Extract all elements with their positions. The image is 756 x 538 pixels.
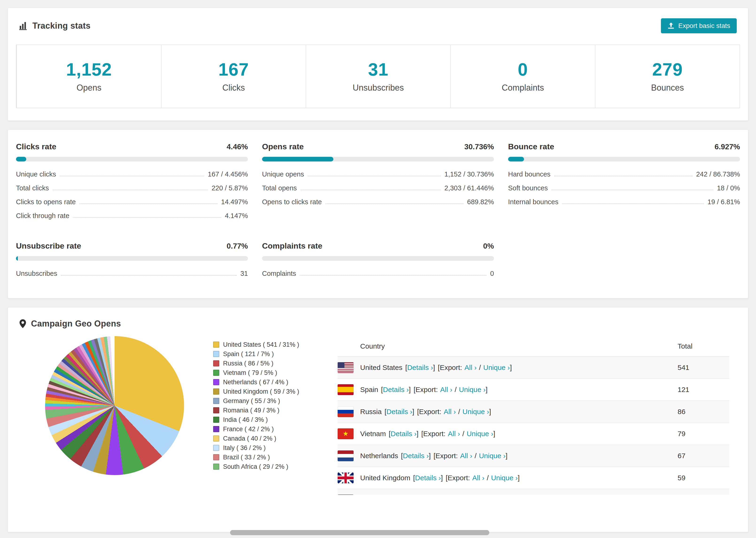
export-basic-stats-button[interactable]: Export basic stats bbox=[661, 18, 737, 33]
export-unique-link[interactable]: Unique › bbox=[479, 452, 506, 460]
legend-swatch bbox=[213, 398, 219, 404]
legend-label: South Africa ( 29 / 2% ) bbox=[223, 463, 288, 470]
complaints-rate-progress-bar bbox=[262, 256, 494, 261]
geo-table-body: United States [Details ›] [Export: All ›… bbox=[338, 357, 729, 495]
rate-title: Opens rate bbox=[262, 142, 304, 151]
legend-swatch bbox=[213, 435, 219, 442]
stat-row: Opens to clicks rate689.82% bbox=[262, 195, 494, 209]
legend-label: France ( 42 / 2% ) bbox=[223, 426, 274, 433]
stat-value: 167 bbox=[162, 59, 306, 80]
legend-item: United Kingdom ( 59 / 3% ) bbox=[213, 387, 319, 396]
export-unique-link[interactable]: Unique › bbox=[491, 474, 518, 482]
legend-swatch bbox=[213, 360, 219, 366]
legend-item: Romania ( 49 / 3% ) bbox=[213, 405, 319, 415]
rate-block-bounce: Bounce rate 6.927% Hard bounces242 / 86.… bbox=[508, 142, 740, 223]
clicks-rate-progress-bar bbox=[16, 157, 248, 161]
legend-swatch bbox=[213, 445, 219, 451]
country-name: United States bbox=[360, 364, 403, 372]
geo-pie-wrap bbox=[45, 336, 184, 495]
country-total: 541 bbox=[677, 364, 729, 372]
details-link[interactable]: Details › bbox=[415, 474, 441, 482]
stat-row: Unsubscribes31 bbox=[16, 266, 248, 280]
opens-rate-progress-bar bbox=[262, 157, 494, 161]
rate-block-clicks: Clicks rate 4.46% Unique clicks167 / 4.4… bbox=[16, 142, 248, 223]
map-pin-icon bbox=[19, 319, 26, 328]
export-unique-link[interactable]: Unique › bbox=[459, 386, 486, 394]
stat-row: Soft bounces18 / 0% bbox=[508, 181, 740, 195]
legend-item: Brazil ( 33 / 2% ) bbox=[213, 453, 319, 462]
summary-stats-row: 1,152 Opens 167 Clicks 31 Unsubscribes 0… bbox=[16, 45, 740, 108]
legend-item: South Africa ( 29 / 2% ) bbox=[213, 462, 319, 471]
rate-title: Clicks rate bbox=[16, 142, 56, 151]
country-row: United States [Details ›] [Export: All ›… bbox=[338, 357, 729, 379]
stat-row: Total clicks220 / 5.87% bbox=[16, 181, 248, 195]
tracking-stats-title: Tracking stats bbox=[32, 21, 91, 31]
stat-cell: 167 Clicks bbox=[161, 45, 306, 108]
campaign-geo-opens-card: Campaign Geo Opens United States ( 541 /… bbox=[8, 307, 748, 532]
geo-pie-chart bbox=[45, 336, 184, 475]
legend-swatch bbox=[213, 389, 219, 395]
legend-label: United States ( 541 / 31% ) bbox=[223, 341, 299, 348]
stat-cell: 0 Complaints bbox=[450, 45, 595, 108]
export-all-link[interactable]: All › bbox=[440, 386, 453, 394]
legend-label: Vietnam ( 79 / 5% ) bbox=[223, 369, 277, 377]
legend-label: Russia ( 86 / 5% ) bbox=[223, 360, 274, 367]
stat-row: Clicks to opens rate14.497% bbox=[16, 195, 248, 209]
legend-item: Canada ( 40 / 2% ) bbox=[213, 434, 319, 443]
rate-title: Unsubscribe rate bbox=[16, 241, 81, 250]
details-link[interactable]: Details › bbox=[387, 408, 412, 416]
country-total: 86 bbox=[677, 408, 729, 416]
stat-cell: 279 Bounces bbox=[595, 45, 739, 108]
export-unique-link[interactable]: Unique › bbox=[467, 430, 493, 438]
export-unique-link[interactable]: Unique › bbox=[462, 408, 489, 416]
export-all-link[interactable]: All › bbox=[464, 364, 477, 372]
stat-label: Clicks bbox=[162, 83, 306, 93]
country-total: 79 bbox=[677, 430, 729, 438]
geo-table-header: Country Total bbox=[338, 336, 729, 357]
stat-row: Unique opens1,152 / 30.736% bbox=[262, 167, 494, 181]
legend-item: Italy ( 36 / 2% ) bbox=[213, 443, 319, 453]
country-row: Spain [Details ›] [Export: All › / Uniqu… bbox=[338, 379, 729, 401]
details-link[interactable]: Details › bbox=[383, 386, 409, 394]
legend-swatch bbox=[213, 426, 219, 432]
horizontal-scrollbar[interactable] bbox=[230, 530, 489, 535]
unsubscribe-rate-progress-bar bbox=[16, 256, 248, 261]
legend-label: Brazil ( 33 / 2% ) bbox=[223, 454, 270, 461]
rate-block-complaints: Complaints rate 0% Complaints0 bbox=[262, 241, 494, 280]
geo-table: Country Total United States [Details ›] … bbox=[338, 336, 729, 495]
legend-item: Russia ( 86 / 5% ) bbox=[213, 359, 319, 368]
stat-row: Total opens2,303 / 61.446% bbox=[262, 181, 494, 195]
stat-cell: 31 Unsubscribes bbox=[306, 45, 450, 108]
export-all-link[interactable]: All › bbox=[444, 408, 456, 416]
export-all-link[interactable]: All › bbox=[448, 430, 460, 438]
country-flag-icon bbox=[338, 451, 353, 461]
total-column-header: Total bbox=[677, 342, 729, 350]
legend-item: Netherlands ( 67 / 4% ) bbox=[213, 377, 319, 387]
details-link[interactable]: Details › bbox=[407, 364, 433, 372]
country-flag-icon bbox=[338, 406, 353, 417]
rate-title: Complaints rate bbox=[262, 241, 322, 250]
legend-label: United Kingdom ( 59 / 3% ) bbox=[223, 388, 299, 395]
country-row: Vietnam [Details ›] [Export: All › / Uni… bbox=[338, 423, 729, 445]
tracking-stats-page: Tracking stats Export basic stats 1,152 … bbox=[0, 0, 756, 538]
country-row: Russia [Details ›] [Export: All › / Uniq… bbox=[338, 401, 729, 423]
country-total: 59 bbox=[677, 474, 729, 482]
legend-swatch bbox=[213, 342, 219, 348]
export-all-link[interactable]: All › bbox=[460, 452, 472, 460]
legend-item: United States ( 541 / 31% ) bbox=[213, 340, 319, 349]
country-name: Netherlands bbox=[360, 452, 398, 460]
rate-value: 4.46% bbox=[227, 142, 248, 151]
details-link[interactable]: Details › bbox=[403, 452, 429, 460]
country-flag-icon bbox=[338, 384, 353, 395]
bounce-rate-progress-bar bbox=[508, 157, 740, 161]
legend-item: Vietnam ( 79 / 5% ) bbox=[213, 368, 319, 377]
export-unique-link[interactable]: Unique › bbox=[483, 364, 510, 372]
export-all-link[interactable]: All › bbox=[472, 474, 485, 482]
legend-label: Canada ( 40 / 2% ) bbox=[223, 435, 276, 442]
legend-label: Netherlands ( 67 / 4% ) bbox=[223, 379, 288, 386]
rate-block-opens: Opens rate 30.736% Unique opens1,152 / 3… bbox=[262, 142, 494, 223]
country-flag-icon bbox=[338, 472, 353, 483]
stat-row: Click through rate4.147% bbox=[16, 209, 248, 223]
details-link[interactable]: Details › bbox=[391, 430, 416, 438]
legend-swatch bbox=[213, 454, 219, 460]
